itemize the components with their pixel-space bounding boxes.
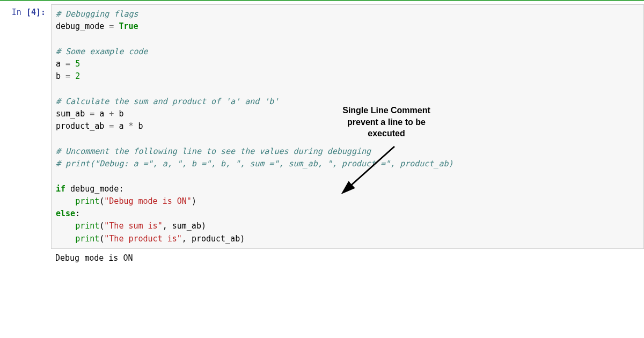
code-text: ) [192, 196, 196, 206]
code-text: b [56, 71, 61, 81]
input-prompt: In [4]: [0, 4, 51, 249]
code-text: b [138, 121, 143, 131]
code-text: = [61, 71, 75, 81]
code-text [56, 221, 75, 231]
code-text: debug_mode [70, 184, 119, 194]
code-text: , [163, 221, 172, 231]
cell-output: Debug mode is ON [51, 249, 644, 268]
code-text: : [119, 184, 123, 194]
code-text: "The product is" [104, 234, 182, 244]
annotation-line: prevent a line to be [317, 116, 456, 128]
code-text: ( [99, 196, 104, 206]
code-text: "The sum is" [104, 221, 162, 231]
code-text: print [75, 196, 99, 206]
code-text: , [182, 234, 192, 244]
code-text: True [119, 21, 138, 31]
code-text [56, 234, 75, 244]
code-text: ) [240, 234, 245, 244]
code-text: print [75, 234, 99, 244]
code-text: b [119, 109, 123, 119]
comment-line: # print("Debug: a =", a, ", b =", b, ", … [56, 159, 453, 168]
comment-line: # Some example code [56, 47, 148, 56]
code-text: ) [201, 221, 206, 231]
code-text: print [75, 221, 99, 231]
code-text: sum_ab [172, 221, 201, 231]
callout-annotation: Single Line Comment prevent a line to be… [317, 105, 456, 139]
comment-line: # Debugging flags [56, 9, 138, 19]
code-text: a [56, 59, 61, 69]
code-text: = [104, 21, 119, 31]
code-text: = [104, 121, 119, 131]
code-text: debug_mode [56, 21, 104, 31]
comment-line: # Uncomment the following line to see th… [56, 146, 371, 156]
code-text: sum_ab [56, 109, 85, 119]
code-text: "Debug mode is ON" [104, 196, 192, 206]
code-text: ( [99, 234, 104, 244]
annotation-line: executed [317, 128, 456, 139]
code-text: * [123, 121, 138, 131]
code-text: product_ab [56, 121, 104, 131]
code-text: 5 [75, 59, 80, 69]
code-text: : [75, 209, 80, 218]
code-text: 2 [75, 71, 80, 81]
code-text: a [99, 109, 104, 119]
output-text: Debug mode is ON [55, 253, 133, 263]
code-text: = [85, 109, 99, 119]
code-text: if [56, 184, 65, 194]
code-text: ( [99, 221, 104, 231]
comment-line: # Calculate the sum and product of 'a' a… [56, 97, 279, 106]
code-text: else [56, 209, 75, 218]
annotation-line: Single Line Comment [317, 105, 456, 116]
code-text: + [104, 109, 119, 119]
code-text [56, 196, 75, 206]
code-text: product_ab [192, 234, 240, 244]
code-text [65, 184, 70, 194]
prompt-in: In [12, 8, 26, 17]
prompt-number: [4]: [26, 8, 46, 17]
code-text: = [61, 59, 75, 69]
